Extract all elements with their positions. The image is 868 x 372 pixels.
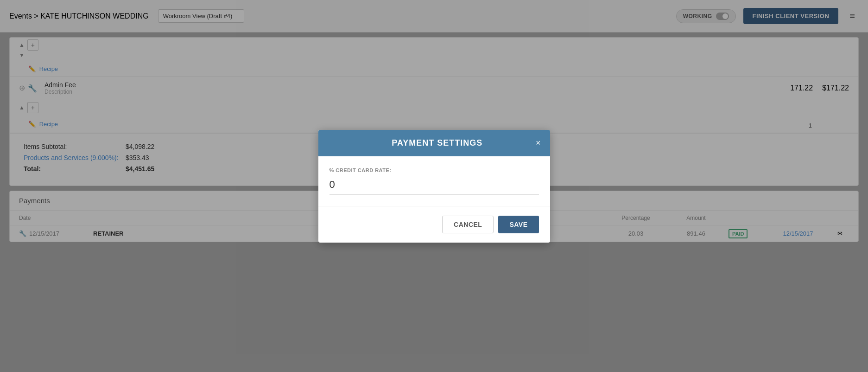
modal-overlay[interactable]: PAYMENT SETTINGS × % CREDIT CARD RATE: C… [0, 0, 868, 372]
modal-footer: CANCEL SAVE [318, 206, 550, 243]
payment-settings-modal: PAYMENT SETTINGS × % CREDIT CARD RATE: C… [318, 130, 550, 243]
credit-card-rate-label: % CREDIT CARD RATE: [329, 167, 539, 173]
modal-title: PAYMENT SETTINGS [339, 138, 536, 148]
modal-close-button[interactable]: × [536, 139, 541, 147]
modal-header: PAYMENT SETTINGS × [318, 130, 550, 156]
modal-body: % CREDIT CARD RATE: [318, 156, 550, 195]
save-button[interactable]: SAVE [498, 216, 539, 233]
cancel-button[interactable]: CANCEL [442, 216, 494, 233]
credit-card-rate-input[interactable] [329, 177, 539, 195]
